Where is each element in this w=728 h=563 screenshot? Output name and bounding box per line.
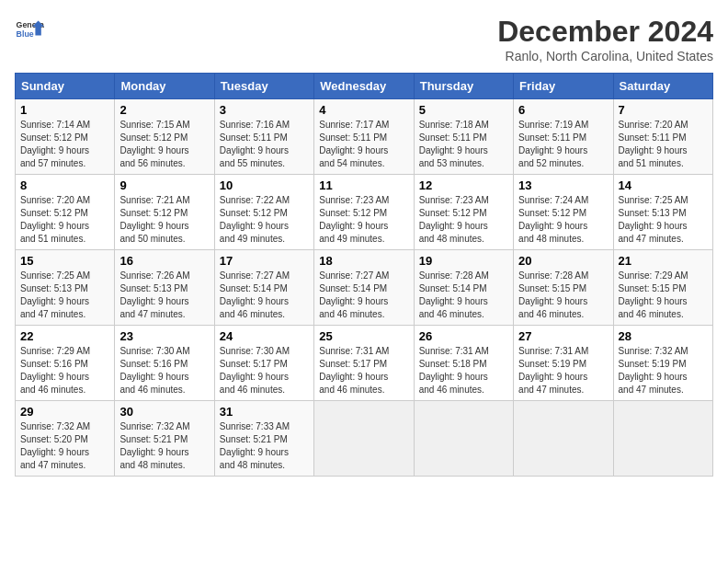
day-cell: 13Sunrise: 7:24 AM Sunset: 5:12 PM Dayli… (514, 175, 613, 250)
week-row-4: 22Sunrise: 7:29 AM Sunset: 5:16 PM Dayli… (16, 326, 713, 401)
day-cell: 26Sunrise: 7:31 AM Sunset: 5:18 PM Dayli… (414, 326, 513, 401)
day-cell: 3Sunrise: 7:16 AM Sunset: 5:11 PM Daylig… (214, 99, 313, 175)
day-info: Sunrise: 7:18 AM Sunset: 5:11 PM Dayligh… (419, 119, 508, 170)
day-info: Sunrise: 7:14 AM Sunset: 5:12 PM Dayligh… (20, 119, 109, 170)
day-number: 13 (518, 178, 608, 192)
day-cell: 29Sunrise: 7:32 AM Sunset: 5:20 PM Dayli… (16, 401, 115, 477)
day-number: 14 (619, 178, 708, 192)
day-cell: 31Sunrise: 7:33 AM Sunset: 5:21 PM Dayli… (214, 401, 313, 477)
day-number: 29 (20, 405, 109, 419)
day-cell: 24Sunrise: 7:30 AM Sunset: 5:17 PM Dayli… (214, 326, 313, 401)
day-info: Sunrise: 7:25 AM Sunset: 5:13 PM Dayligh… (20, 270, 109, 321)
day-cell: 2Sunrise: 7:15 AM Sunset: 5:12 PM Daylig… (115, 99, 214, 175)
svg-text:Blue: Blue (17, 29, 34, 39)
title-block: December 2024 Ranlo, North Carolina, Uni… (497, 15, 713, 63)
day-number: 19 (419, 254, 508, 268)
day-cell: 28Sunrise: 7:32 AM Sunset: 5:19 PM Dayli… (613, 326, 712, 401)
day-info: Sunrise: 7:32 AM Sunset: 5:20 PM Dayligh… (20, 420, 109, 472)
day-cell: 15Sunrise: 7:25 AM Sunset: 5:13 PM Dayli… (16, 250, 115, 326)
day-info: Sunrise: 7:24 AM Sunset: 5:12 PM Dayligh… (518, 194, 608, 246)
week-row-1: 1Sunrise: 7:14 AM Sunset: 5:12 PM Daylig… (16, 99, 713, 175)
day-cell: 7Sunrise: 7:20 AM Sunset: 5:11 PM Daylig… (613, 99, 712, 175)
day-number: 3 (220, 103, 309, 117)
day-number: 6 (518, 103, 608, 117)
day-info: Sunrise: 7:32 AM Sunset: 5:19 PM Dayligh… (619, 345, 708, 396)
day-number: 31 (220, 405, 309, 419)
col-header-monday: Monday (115, 74, 214, 99)
day-cell: 20Sunrise: 7:28 AM Sunset: 5:15 PM Dayli… (514, 250, 613, 326)
header: General Blue December 2024 Ranlo, North … (15, 15, 713, 63)
day-cell: 12Sunrise: 7:23 AM Sunset: 5:12 PM Dayli… (414, 175, 513, 250)
week-row-3: 15Sunrise: 7:25 AM Sunset: 5:13 PM Dayli… (16, 250, 713, 326)
day-number: 11 (319, 178, 408, 192)
day-cell: 30Sunrise: 7:32 AM Sunset: 5:21 PM Dayli… (115, 401, 214, 477)
day-info: Sunrise: 7:32 AM Sunset: 5:21 PM Dayligh… (119, 420, 209, 472)
day-info: Sunrise: 7:31 AM Sunset: 5:17 PM Dayligh… (319, 345, 408, 396)
day-info: Sunrise: 7:31 AM Sunset: 5:18 PM Dayligh… (419, 345, 508, 396)
day-info: Sunrise: 7:23 AM Sunset: 5:12 PM Dayligh… (419, 194, 508, 246)
day-cell: 17Sunrise: 7:27 AM Sunset: 5:14 PM Dayli… (214, 250, 313, 326)
day-number: 10 (220, 178, 309, 192)
day-number: 22 (20, 329, 109, 343)
day-cell: 11Sunrise: 7:23 AM Sunset: 5:12 PM Dayli… (314, 175, 414, 250)
day-cell: 23Sunrise: 7:30 AM Sunset: 5:16 PM Dayli… (115, 326, 214, 401)
day-number: 25 (319, 329, 408, 343)
day-number: 4 (319, 103, 408, 117)
col-header-friday: Friday (514, 74, 613, 99)
header-row: SundayMondayTuesdayWednesdayThursdayFrid… (16, 74, 713, 99)
day-number: 21 (619, 254, 708, 268)
day-number: 1 (20, 103, 109, 117)
day-number: 30 (119, 405, 209, 419)
day-info: Sunrise: 7:31 AM Sunset: 5:19 PM Dayligh… (518, 345, 608, 396)
day-info: Sunrise: 7:30 AM Sunset: 5:17 PM Dayligh… (220, 345, 309, 396)
day-number: 9 (119, 178, 209, 192)
subtitle: Ranlo, North Carolina, United States (497, 49, 713, 63)
day-info: Sunrise: 7:26 AM Sunset: 5:13 PM Dayligh… (119, 270, 209, 321)
day-number: 20 (518, 254, 608, 268)
day-info: Sunrise: 7:21 AM Sunset: 5:12 PM Dayligh… (119, 194, 209, 246)
day-info: Sunrise: 7:19 AM Sunset: 5:11 PM Dayligh… (518, 119, 608, 170)
day-number: 24 (220, 329, 309, 343)
day-info: Sunrise: 7:28 AM Sunset: 5:15 PM Dayligh… (518, 270, 608, 321)
day-number: 7 (619, 103, 708, 117)
day-number: 28 (619, 329, 708, 343)
day-info: Sunrise: 7:16 AM Sunset: 5:11 PM Dayligh… (220, 119, 309, 170)
day-number: 5 (419, 103, 508, 117)
day-cell: 16Sunrise: 7:26 AM Sunset: 5:13 PM Dayli… (115, 250, 214, 326)
day-cell: 22Sunrise: 7:29 AM Sunset: 5:16 PM Dayli… (16, 326, 115, 401)
day-cell (514, 401, 613, 477)
day-info: Sunrise: 7:22 AM Sunset: 5:12 PM Dayligh… (220, 194, 309, 246)
day-cell: 21Sunrise: 7:29 AM Sunset: 5:15 PM Dayli… (613, 250, 712, 326)
col-header-saturday: Saturday (613, 74, 712, 99)
day-info: Sunrise: 7:30 AM Sunset: 5:16 PM Dayligh… (119, 345, 209, 396)
day-cell: 1Sunrise: 7:14 AM Sunset: 5:12 PM Daylig… (16, 99, 115, 175)
day-info: Sunrise: 7:15 AM Sunset: 5:12 PM Dayligh… (119, 119, 209, 170)
col-header-thursday: Thursday (414, 74, 513, 99)
day-info: Sunrise: 7:27 AM Sunset: 5:14 PM Dayligh… (319, 270, 408, 321)
day-cell: 8Sunrise: 7:20 AM Sunset: 5:12 PM Daylig… (16, 175, 115, 250)
day-info: Sunrise: 7:33 AM Sunset: 5:21 PM Dayligh… (220, 420, 309, 472)
day-info: Sunrise: 7:27 AM Sunset: 5:14 PM Dayligh… (220, 270, 309, 321)
day-cell (414, 401, 513, 477)
day-info: Sunrise: 7:23 AM Sunset: 5:12 PM Dayligh… (319, 194, 408, 246)
day-number: 2 (119, 103, 209, 117)
day-info: Sunrise: 7:29 AM Sunset: 5:15 PM Dayligh… (619, 270, 708, 321)
day-cell: 27Sunrise: 7:31 AM Sunset: 5:19 PM Dayli… (514, 326, 613, 401)
col-header-wednesday: Wednesday (314, 74, 414, 99)
day-info: Sunrise: 7:28 AM Sunset: 5:14 PM Dayligh… (419, 270, 508, 321)
day-cell: 6Sunrise: 7:19 AM Sunset: 5:11 PM Daylig… (514, 99, 613, 175)
logo-icon: General Blue (15, 15, 44, 44)
month-title: December 2024 (497, 15, 713, 49)
day-number: 15 (20, 254, 109, 268)
day-cell: 9Sunrise: 7:21 AM Sunset: 5:12 PM Daylig… (115, 175, 214, 250)
day-cell: 18Sunrise: 7:27 AM Sunset: 5:14 PM Dayli… (314, 250, 414, 326)
day-number: 27 (518, 329, 608, 343)
day-cell: 10Sunrise: 7:22 AM Sunset: 5:12 PM Dayli… (214, 175, 313, 250)
day-info: Sunrise: 7:29 AM Sunset: 5:16 PM Dayligh… (20, 345, 109, 396)
week-row-5: 29Sunrise: 7:32 AM Sunset: 5:20 PM Dayli… (16, 401, 713, 477)
col-header-sunday: Sunday (16, 74, 115, 99)
day-info: Sunrise: 7:20 AM Sunset: 5:12 PM Dayligh… (20, 194, 109, 246)
logo: General Blue (15, 15, 44, 44)
day-cell: 19Sunrise: 7:28 AM Sunset: 5:14 PM Dayli… (414, 250, 513, 326)
day-number: 26 (419, 329, 508, 343)
